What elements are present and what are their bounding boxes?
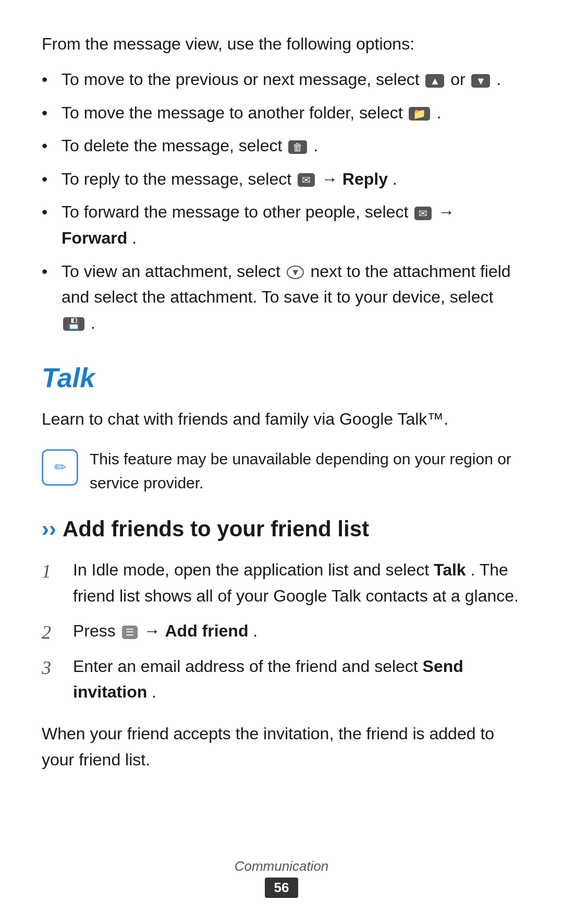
step-2-period: . — [253, 621, 258, 640]
forward-label: Forward — [62, 229, 127, 247]
bullet-text-6: To view an attachment, select — [62, 262, 285, 281]
bullet-text-2-period: . — [436, 103, 441, 122]
bullet-text-2: To move the message to another folder, s… — [62, 103, 407, 122]
bullet-text-6-period: . — [91, 314, 95, 332]
down-arrow-icon: ▼ — [471, 74, 490, 88]
add-friend-label: Add friend — [165, 621, 248, 640]
talk-label: Talk — [434, 560, 466, 579]
footer-category: Communication — [235, 858, 329, 874]
subsection-title: ›› Add friends to your friend list — [42, 517, 521, 542]
folder-icon: 📁 — [409, 107, 430, 121]
forward-icon: ✉ — [414, 207, 432, 220]
bullet-text-1: To move to the previous or next message,… — [62, 70, 424, 89]
up-arrow-icon: ▲ — [425, 74, 444, 88]
note-box: ✏ This feature may be unavailable depend… — [42, 447, 521, 496]
info-icon-symbol: ✏ — [54, 459, 66, 476]
trash-icon: 🗑 — [288, 140, 307, 154]
list-item: To view an attachment, select ▼ next to … — [42, 259, 521, 337]
list-item: To forward the message to other people, … — [42, 199, 521, 251]
bullet-text-4: To reply to the message, select — [62, 170, 296, 188]
menu-icon: ☰ — [122, 626, 138, 639]
save-icon: 💾 — [63, 317, 84, 331]
info-icon: ✏ — [42, 449, 78, 486]
bullet-text-5-period: . — [132, 229, 137, 247]
conclusion-text: When your friend accepts the invitation,… — [42, 721, 521, 773]
page-footer: Communication 56 — [0, 858, 563, 898]
bullet-arrow-2: → — [438, 202, 455, 221]
bullet-list: To move to the previous or next message,… — [42, 67, 521, 336]
bullet-text-3-period: . — [313, 136, 318, 155]
reply-icon: ✉ — [298, 173, 315, 187]
step-2: 2 Press ☰ → Add friend . — [42, 618, 521, 644]
step-2-number: 2 — [42, 618, 68, 647]
step-3-period: . — [152, 682, 156, 701]
step-3: 3 Enter an email address of the friend a… — [42, 654, 521, 705]
footer-page-number: 56 — [265, 878, 299, 898]
list-item: To delete the message, select 🗑 . — [42, 133, 521, 159]
step-1: 1 In Idle mode, open the application lis… — [42, 557, 521, 609]
bullet-text-period: . — [496, 70, 501, 89]
intro-text: From the message view, use the following… — [42, 31, 521, 56]
talk-description: Learn to chat with friends and family vi… — [42, 406, 521, 433]
step-1-number: 1 — [42, 557, 68, 586]
steps-list: 1 In Idle mode, open the application lis… — [42, 557, 521, 705]
bullet-text-5: To forward the message to other people, … — [62, 202, 413, 221]
step-2-text-before: Press — [73, 621, 120, 640]
list-item: To move to the previous or next message,… — [42, 67, 521, 93]
step-1-text-before: In Idle mode, open the application list … — [73, 560, 434, 579]
list-item: To move the message to another folder, s… — [42, 100, 521, 126]
bullet-text-4-period: . — [393, 170, 397, 188]
attach-icon: ▼ — [287, 266, 304, 279]
reply-label: Reply — [342, 170, 388, 188]
step-2-arrow: → — [144, 621, 165, 640]
talk-section-title: Talk — [42, 362, 521, 393]
chevron-icon: ›› — [42, 517, 56, 542]
step-3-text-before: Enter an email address of the friend and… — [73, 657, 423, 676]
step-3-number: 3 — [42, 654, 68, 683]
subsection-title-text: Add friends to your friend list — [63, 517, 369, 542]
bullet-connector-or: or — [450, 70, 470, 89]
bullet-text-3: To delete the message, select — [62, 136, 287, 155]
bullet-arrow-1: → — [321, 170, 342, 188]
list-item: To reply to the message, select ✉ → Repl… — [42, 166, 521, 193]
note-text: This feature may be unavailable dependin… — [90, 447, 521, 496]
